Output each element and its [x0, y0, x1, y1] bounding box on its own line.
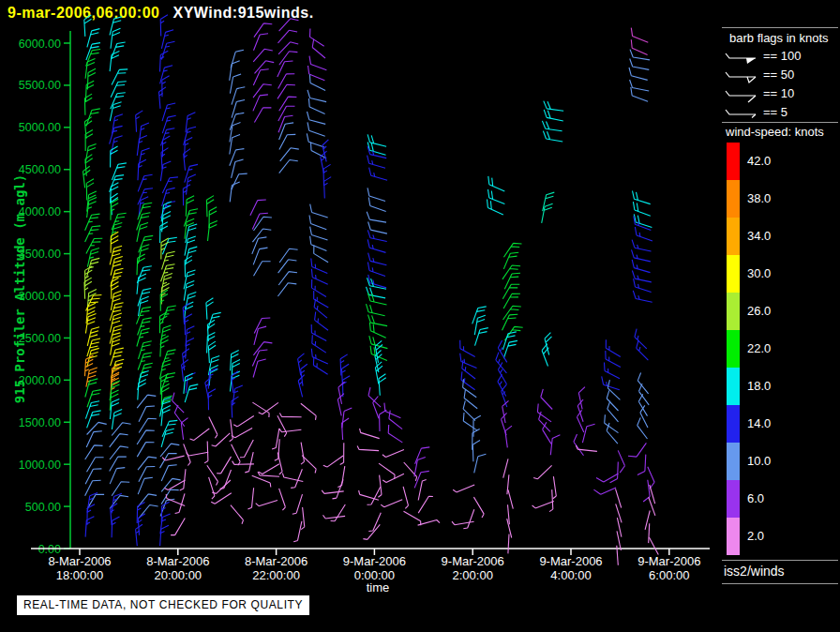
colorbar-value: 14.0 — [747, 416, 771, 430]
svg-text:18:00:00: 18:00:00 — [56, 568, 104, 582]
barb-flag-symbol-full — [722, 84, 763, 103]
svg-text:20:00:00: 20:00:00 — [154, 568, 202, 582]
barb-flag-row: == 100 — [722, 47, 840, 66]
svg-text:5500.00: 5500.00 — [19, 79, 61, 92]
divider — [722, 122, 838, 123]
color-swatch — [727, 143, 740, 180]
barb-flag-row: == 5 — [722, 103, 840, 122]
color-swatch — [727, 218, 740, 255]
dataset-label: iss2/winds — [724, 564, 785, 579]
colorbar-entry: 42.0 — [727, 143, 839, 180]
color-swatch — [727, 293, 740, 330]
barb-flag-symbol-flag — [722, 47, 763, 66]
svg-text:8-Mar-2006: 8-Mar-2006 — [146, 554, 209, 568]
colorbar-entry: 10.0 — [727, 443, 839, 480]
y-axis-title: 915 Profiler Altitude (m agl) — [12, 174, 27, 403]
colorbar-value: 2.0 — [747, 529, 764, 543]
colorbar-value: 22.0 — [747, 341, 771, 355]
color-swatch — [727, 405, 740, 443]
colorbar-value: 26.0 — [747, 304, 771, 318]
colorbar-entry: 34.0 — [727, 218, 839, 255]
colorbar-value: 10.0 — [747, 454, 771, 468]
barb-flag-row: == 50 — [722, 66, 840, 84]
wind-speed-colorbar: 42.038.034.030.026.022.018.014.010.06.02… — [727, 143, 839, 555]
svg-text:1000.00: 1000.00 — [19, 459, 61, 472]
svg-text:500.00: 500.00 — [25, 501, 61, 514]
colorbar-entry: 18.0 — [727, 368, 839, 405]
colorbar-entry: 22.0 — [727, 330, 839, 368]
svg-text:9-Mar-2006: 9-Mar-2006 — [442, 554, 504, 568]
app-window: 9-mar-2006,06:00:00XYWind:915winds. 6000… — [0, 0, 840, 632]
barb-flag-label: == 5 — [763, 105, 788, 119]
barb-flag-symbol-pennant — [722, 66, 763, 84]
barb-flag-legend: == 100== 50== 10== 5 — [722, 47, 840, 122]
barb-flag-label: == 50 — [763, 68, 794, 82]
svg-text:4:00:00: 4:00:00 — [550, 568, 591, 582]
barb-flag-label: == 100 — [763, 49, 802, 63]
svg-text:1500.00: 1500.00 — [19, 416, 61, 429]
divider — [722, 27, 838, 28]
svg-text:5000.00: 5000.00 — [19, 121, 61, 134]
color-swatch — [727, 518, 740, 555]
svg-text:6000.00: 6000.00 — [19, 38, 61, 51]
barb-flag-label: == 10 — [763, 86, 794, 100]
colorbar-header: wind-speed: knots — [726, 125, 824, 139]
colorbar-entry: 14.0 — [727, 405, 839, 443]
svg-text:6:00:00: 6:00:00 — [649, 568, 689, 582]
colorbar-value: 38.0 — [747, 191, 771, 205]
svg-text:time: time — [367, 580, 390, 594]
svg-text:8-Mar-2006: 8-Mar-2006 — [48, 554, 111, 568]
wind-profile-plot: 6000.005500.005000.004500.004000.003500.… — [0, 0, 840, 632]
colorbar-entry: 38.0 — [727, 180, 839, 218]
divider — [722, 560, 838, 561]
colorbar-value: 34.0 — [747, 229, 771, 243]
colorbar-value: 30.0 — [747, 266, 771, 280]
svg-text:2:00:00: 2:00:00 — [453, 568, 493, 582]
color-swatch — [727, 480, 740, 518]
color-swatch — [727, 368, 740, 405]
color-swatch — [727, 255, 740, 293]
colorbar-value: 42.0 — [747, 154, 771, 168]
colorbar-value: 6.0 — [747, 491, 764, 505]
svg-text:9-Mar-2006: 9-Mar-2006 — [539, 554, 602, 568]
colorbar-entry: 30.0 — [727, 255, 839, 293]
svg-text:8-Mar-2006: 8-Mar-2006 — [245, 554, 308, 568]
color-swatch — [727, 443, 740, 480]
colorbar-value: 18.0 — [747, 379, 771, 393]
divider — [722, 583, 838, 584]
svg-text:9-Mar-2006: 9-Mar-2006 — [343, 554, 406, 568]
colorbar-entry: 6.0 — [727, 480, 839, 518]
color-swatch — [727, 180, 740, 218]
colorbar-entry: 26.0 — [727, 293, 839, 330]
quality-banner: REAL-TIME DATA, NOT CHECKED FOR QUALITY — [17, 595, 309, 615]
svg-text:9-Mar-2006: 9-Mar-2006 — [638, 554, 700, 568]
barb-flag-symbol-half — [722, 103, 763, 122]
barb-flag-row: == 10 — [722, 84, 840, 103]
barb-legend-header: barb flags in knots — [729, 31, 829, 45]
svg-text:22:00:00: 22:00:00 — [252, 568, 300, 582]
colorbar-entry: 2.0 — [727, 518, 839, 555]
color-swatch — [727, 330, 740, 368]
